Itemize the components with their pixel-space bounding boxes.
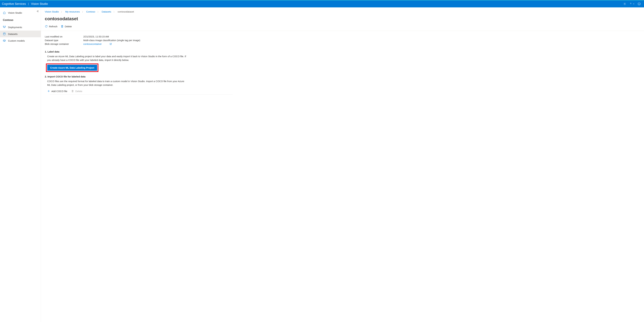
info-value-dataset-type: Multi-class image classification (single… <box>83 39 140 42</box>
chevron-right-icon: 〉 <box>98 11 100 13</box>
header-divider: | <box>28 3 29 5</box>
blob-container-name: contosocontainer <box>83 43 102 45</box>
breadcrumb-link[interactable]: My resources <box>65 10 80 13</box>
collapse-sidebar-icon[interactable] <box>36 10 39 13</box>
sidebar-org-label: Contoso <box>0 16 41 24</box>
svg-point-1 <box>638 3 640 5</box>
svg-point-0 <box>624 4 625 4</box>
help-button[interactable] <box>629 3 635 5</box>
breadcrumb: Vision Studio 〉 My resources 〉 Contoso 〉… <box>41 10 644 15</box>
sidebar-item-label: Custom models <box>8 39 25 42</box>
delete-icon <box>71 90 74 93</box>
page-title: contosodataset <box>41 15 644 24</box>
toolbar: Refresh Delete <box>41 24 644 31</box>
sidebar-item-label: Datasets <box>8 33 18 35</box>
section-2-title: 2. Import COCO file for labeled data <box>45 75 640 78</box>
sidebar-item-deployments[interactable]: Deployments <box>0 24 41 31</box>
delete-coco-button: Delete <box>71 90 82 93</box>
section-1-title: 1. Label data <box>45 50 640 53</box>
header-title: Cognitive Services <box>2 2 26 6</box>
add-coco-label: Add COCO file <box>52 90 67 93</box>
info-label-blob: Blob storage container <box>45 43 83 45</box>
chevron-right-icon: 〉 <box>82 11 84 13</box>
sidebar-item-home[interactable]: Vision Studio <box>0 9 41 16</box>
svg-rect-4 <box>3 26 4 27</box>
datasets-icon <box>3 33 6 35</box>
info-label-dataset-type: Dataset type <box>45 39 83 42</box>
sidebar-item-custom-models[interactable]: Custom models <box>0 37 41 44</box>
refresh-icon <box>45 25 48 28</box>
breadcrumb-link[interactable]: Datasets <box>102 10 111 13</box>
create-azure-ml-project-button[interactable]: Create Azure ML Data Labeling Project <box>47 65 97 71</box>
chevron-right-icon: 〉 <box>114 11 116 13</box>
delete-label: Delete <box>65 25 72 28</box>
delete-button[interactable]: Delete <box>61 24 72 29</box>
custom-models-icon <box>3 39 6 42</box>
section-1-body: Create an Azure ML Data Labeling project… <box>45 55 186 62</box>
refresh-label: Refresh <box>49 25 58 28</box>
feedback-icon[interactable] <box>638 2 641 6</box>
header-subtitle: Vision Studio <box>31 2 48 6</box>
refresh-button[interactable]: Refresh <box>45 24 58 29</box>
section-2-body: COCO files are the required format for l… <box>45 80 186 87</box>
sidebar-item-datasets[interactable]: Datasets <box>0 31 41 37</box>
info-label-last-modified: Last modified on <box>45 35 83 38</box>
blob-container-link[interactable]: contosocontainer <box>83 43 112 45</box>
home-icon <box>3 11 6 14</box>
chevron-down-icon <box>633 3 635 5</box>
svg-point-6 <box>3 33 5 34</box>
info-value-last-modified: 2/21/2023, 11:53:15 AM <box>83 35 109 38</box>
top-header: Cognitive Services | Vision Studio <box>0 0 644 8</box>
sidebar-item-label: Deployments <box>8 26 22 29</box>
external-link-icon <box>110 43 112 45</box>
delete-coco-label: Delete <box>75 90 82 93</box>
main-content: Vision Studio 〉 My resources 〉 Contoso 〉… <box>41 8 644 322</box>
sidebar: Vision Studio Contoso Deployments Datase… <box>0 8 41 322</box>
breadcrumb-link[interactable]: Contoso <box>86 10 95 13</box>
deployments-icon <box>3 26 6 29</box>
add-coco-file-button[interactable]: Add COCO file <box>47 90 67 93</box>
breadcrumb-current: contosodataset <box>118 10 134 13</box>
sidebar-item-label: Vision Studio <box>8 12 22 14</box>
svg-rect-5 <box>5 26 6 27</box>
settings-icon[interactable] <box>623 2 626 6</box>
plus-icon <box>47 90 50 93</box>
breadcrumb-link[interactable]: Vision Studio <box>45 10 59 13</box>
delete-icon <box>61 25 64 28</box>
chevron-right-icon: 〉 <box>61 11 63 13</box>
